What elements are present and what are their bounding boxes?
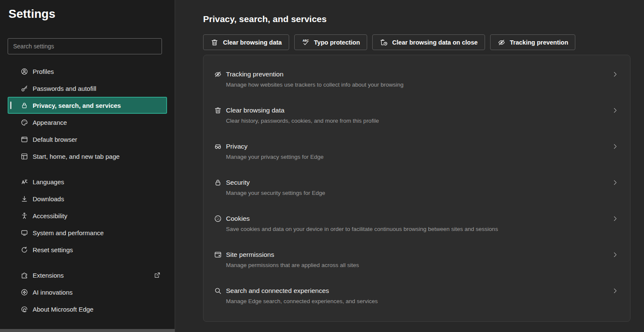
sidebar-item-label: Appearance bbox=[33, 119, 67, 126]
trash-icon bbox=[214, 106, 222, 115]
row-description: Save cookies and data on your device in … bbox=[226, 226, 603, 233]
typo-protection-button[interactable]: ABC Typo protection bbox=[294, 34, 367, 50]
sidebar-nav: Profiles Passwords and autofill Privacy,… bbox=[8, 63, 167, 318]
tracking-prevention-icon bbox=[214, 70, 222, 79]
row-title: Cookies bbox=[226, 214, 250, 223]
chevron-right-icon bbox=[611, 287, 619, 295]
trash-clock-icon bbox=[379, 38, 388, 47]
cookie-icon bbox=[214, 214, 222, 223]
chevron-right-icon bbox=[611, 179, 619, 186]
row-head: Privacy bbox=[214, 142, 603, 151]
nav-group-2: Languages Downloads Accessibility System… bbox=[8, 173, 167, 258]
settings-sidebar: Settings Profiles Passwords and autofill… bbox=[0, 0, 175, 332]
search-icon bbox=[214, 287, 222, 295]
sidebar-item-label: Passwords and autofill bbox=[33, 85, 96, 92]
chevron-right-icon bbox=[611, 107, 619, 114]
row-title: Search and connected experiences bbox=[226, 287, 329, 295]
reset-arrow-icon bbox=[20, 246, 28, 254]
sidebar-item-label: Default browser bbox=[33, 136, 77, 143]
row-head: Clear browsing data bbox=[214, 106, 603, 115]
main-content: Privacy, search, and services Clear brow… bbox=[175, 0, 644, 332]
puzzle-icon bbox=[20, 271, 28, 279]
button-label: Clear browsing data on close bbox=[392, 39, 477, 46]
button-label: Tracking prevention bbox=[510, 39, 569, 46]
sidebar-item-label: Profiles bbox=[33, 68, 54, 75]
row-head: Search and connected experiences bbox=[214, 287, 603, 295]
row-description: Manage permissions that are applied acro… bbox=[226, 262, 603, 269]
languages-icon bbox=[20, 178, 28, 186]
sidebar-item-extensions[interactable]: Extensions bbox=[8, 267, 167, 284]
quick-actions-toolbar: Clear browsing data ABC Typo protection … bbox=[203, 34, 644, 50]
settings-row-tracking-prevention[interactable]: Tracking prevention Manage how websites … bbox=[204, 61, 630, 97]
sidebar-item-label: About Microsoft Edge bbox=[33, 306, 93, 313]
lock-icon bbox=[20, 101, 28, 110]
page-title: Settings bbox=[8, 7, 167, 21]
monitor-icon bbox=[20, 229, 28, 237]
settings-row-clear-browsing-data[interactable]: Clear browsing data Clear history, passw… bbox=[204, 97, 630, 133]
settings-row-security[interactable]: Security Manage your security settings f… bbox=[204, 169, 630, 205]
sidebar-item-profiles[interactable]: Profiles bbox=[8, 63, 167, 80]
row-head: Security bbox=[214, 178, 603, 187]
sidebar-item-label: Languages bbox=[33, 178, 64, 186]
trash-icon bbox=[210, 38, 219, 47]
sidebar-item-appearance[interactable]: Appearance bbox=[8, 114, 167, 131]
svg-text:ABC: ABC bbox=[302, 39, 309, 42]
accessibility-person-icon bbox=[20, 212, 28, 220]
palette-icon bbox=[20, 118, 28, 127]
row-title: Tracking prevention bbox=[226, 70, 284, 79]
sidebar-item-label: Extensions bbox=[33, 272, 64, 279]
tracking-prevention-button[interactable]: Tracking prevention bbox=[490, 34, 576, 50]
ai-sparkle-icon bbox=[20, 288, 28, 296]
sidebar-item-accessibility[interactable]: Accessibility bbox=[8, 207, 167, 224]
sidebar-item-about-edge[interactable]: About Microsoft Edge bbox=[8, 301, 167, 318]
browser-window-icon bbox=[20, 135, 28, 143]
settings-row-search-connected-experiences[interactable]: Search and connected experiences Manage … bbox=[204, 278, 630, 314]
download-icon bbox=[20, 195, 28, 203]
nav-group-3: Extensions AI innovations About Microsof… bbox=[8, 267, 167, 318]
row-description: Manage your privacy settings for Edge bbox=[226, 154, 603, 160]
settings-row-privacy[interactable]: Privacy Manage your privacy settings for… bbox=[204, 133, 630, 169]
row-head: Cookies bbox=[214, 214, 603, 223]
external-link-icon bbox=[153, 271, 161, 279]
sidebar-item-default-browser[interactable]: Default browser bbox=[8, 131, 167, 148]
clear-browsing-data-button[interactable]: Clear browsing data bbox=[203, 34, 289, 50]
clear-browsing-data-on-close-button[interactable]: Clear browsing data on close bbox=[372, 34, 485, 50]
row-head: Tracking prevention bbox=[214, 70, 603, 79]
sidebar-item-label: Accessibility bbox=[33, 212, 67, 219]
sidebar-item-privacy-search-services[interactable]: Privacy, search, and services bbox=[8, 97, 167, 114]
chevron-right-icon bbox=[611, 143, 619, 150]
nav-group-1: Profiles Passwords and autofill Privacy,… bbox=[8, 63, 167, 165]
chevron-right-icon bbox=[611, 70, 619, 78]
row-title: Site permissions bbox=[226, 250, 274, 259]
sidebar-item-downloads[interactable]: Downloads bbox=[8, 190, 167, 207]
sidebar-item-reset-settings[interactable]: Reset settings bbox=[8, 241, 167, 258]
sidebar-item-start-home-newtab[interactable]: Start, home, and new tab page bbox=[8, 148, 167, 165]
settings-row-cookies[interactable]: Cookies Save cookies and data on your de… bbox=[204, 205, 630, 242]
row-title: Privacy bbox=[226, 142, 248, 151]
search-settings-input[interactable] bbox=[8, 38, 162, 54]
tracking-prevention-icon bbox=[497, 38, 506, 47]
row-title: Clear browsing data bbox=[226, 106, 284, 115]
row-title: Security bbox=[226, 178, 250, 187]
lock-icon bbox=[214, 178, 222, 187]
sidebar-item-passwords-autofill[interactable]: Passwords and autofill bbox=[8, 80, 167, 97]
section-title: Privacy, search, and services bbox=[203, 14, 644, 24]
settings-list-card: Tracking prevention Manage how websites … bbox=[203, 55, 630, 322]
sidebar-item-label: Downloads bbox=[33, 195, 64, 203]
privacy-glasses-icon bbox=[214, 142, 222, 151]
row-head: Site permissions bbox=[214, 250, 603, 259]
horizontal-scrollbar[interactable] bbox=[0, 329, 175, 332]
sidebar-item-languages[interactable]: Languages bbox=[8, 173, 167, 190]
chevron-right-icon bbox=[611, 251, 619, 259]
new-tab-layout-icon bbox=[20, 152, 28, 160]
sidebar-item-label: System and performance bbox=[33, 229, 104, 236]
chevron-right-icon bbox=[611, 215, 619, 222]
sidebar-item-label: Privacy, search, and services bbox=[33, 102, 121, 109]
button-label: Typo protection bbox=[314, 39, 360, 46]
sidebar-item-ai-innovations[interactable]: AI innovations bbox=[8, 284, 167, 301]
button-label: Clear browsing data bbox=[223, 39, 282, 46]
settings-row-site-permissions[interactable]: Site permissions Manage permissions that… bbox=[204, 242, 630, 278]
sidebar-item-label: AI innovations bbox=[33, 289, 72, 296]
key-icon bbox=[20, 84, 28, 93]
sidebar-item-system-performance[interactable]: System and performance bbox=[8, 224, 167, 241]
